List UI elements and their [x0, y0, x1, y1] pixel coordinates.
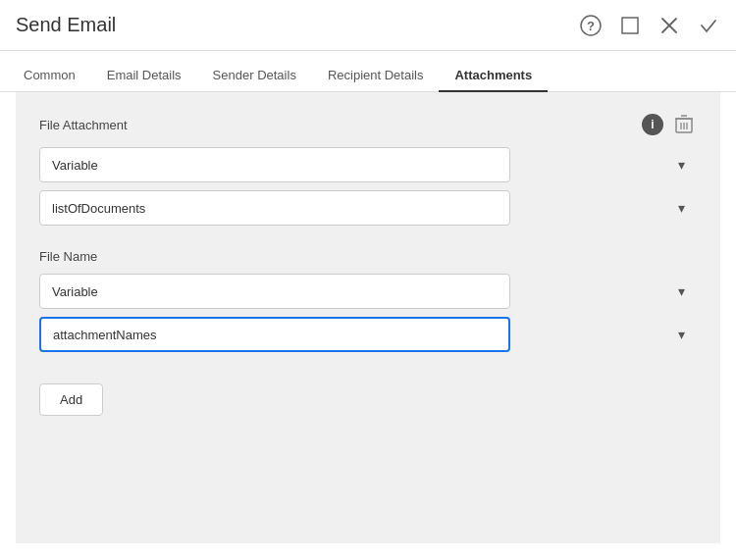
file-attachment-value-wrapper: listOfDocuments ▾	[39, 190, 697, 226]
svg-text:i: i	[651, 118, 654, 131]
file-attachment-type-dropdown[interactable]: Variable Expression String	[39, 147, 510, 182]
file-name-label: File Name	[39, 249, 97, 264]
app-container: Send Email ?	[0, 0, 736, 560]
tab-common[interactable]: Common	[8, 60, 91, 92]
file-name-type-wrapper: Variable Expression String ▾	[39, 274, 697, 309]
file-name-value-arrow-icon: ▾	[678, 327, 685, 342]
confirm-icon[interactable]	[697, 14, 720, 37]
main-content: File Attachment i	[0, 92, 736, 560]
file-name-header: File Name	[39, 249, 697, 264]
svg-rect-2	[622, 18, 638, 33]
file-name-value-wrapper: attachmentNames ▾	[39, 317, 697, 352]
content-area: File Attachment i	[16, 92, 720, 543]
file-attachment-label: File Attachment	[39, 118, 128, 132]
file-attachment-delete-icon[interactable]	[671, 112, 697, 137]
file-attachment-value-dropdown[interactable]: listOfDocuments	[39, 190, 510, 226]
file-attachment-header: File Attachment i	[39, 112, 697, 137]
tab-bar: Common Email Details Sender Details Reci…	[0, 51, 736, 92]
file-name-type-arrow-icon: ▾	[678, 283, 685, 299]
title-bar-icons: ?	[579, 14, 720, 37]
tab-attachments[interactable]: Attachments	[439, 60, 548, 92]
tab-email-details[interactable]: Email Details	[91, 60, 197, 92]
file-name-type-dropdown[interactable]: Variable Expression String	[39, 274, 510, 309]
svg-text:?: ?	[587, 19, 595, 33]
file-attachment-type-arrow-icon: ▾	[678, 157, 685, 173]
file-attachment-info-icon[interactable]: i	[642, 114, 663, 135]
file-name-value-dropdown[interactable]: attachmentNames	[39, 317, 510, 352]
file-attachment-type-wrapper: Variable Expression String ▾	[39, 147, 697, 182]
file-attachment-icons: i	[642, 112, 697, 137]
title-bar: Send Email ?	[0, 0, 736, 51]
help-icon[interactable]: ?	[579, 14, 603, 37]
add-button[interactable]: Add	[39, 383, 103, 416]
close-icon[interactable]	[657, 14, 681, 37]
file-attachment-value-arrow-icon: ▾	[678, 200, 685, 216]
tab-recipient-details[interactable]: Recipient Details	[312, 60, 440, 92]
file-name-section: File Name Variable Expression String ▾ a…	[39, 249, 697, 352]
resize-icon[interactable]	[618, 14, 642, 37]
page-title: Send Email	[16, 14, 579, 36]
tab-sender-details[interactable]: Sender Details	[197, 60, 312, 92]
file-attachment-section: File Attachment i	[39, 112, 697, 226]
